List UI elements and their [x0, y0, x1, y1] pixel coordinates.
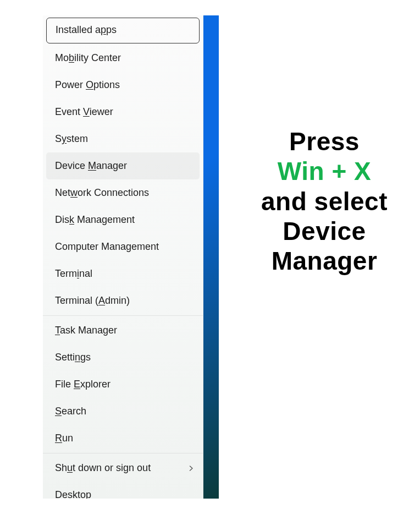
mnemonic-underline: A: [98, 295, 105, 306]
menu-item-run[interactable]: Run: [43, 425, 203, 452]
menu-item-system[interactable]: System: [43, 125, 203, 152]
menu-item-device-manager[interactable]: Device Manager: [46, 152, 200, 179]
menu-group: Task ManagerSettingsFile ExplorerSearchR…: [43, 316, 203, 453]
mnemonic-underline: n: [75, 352, 80, 363]
menu-item-desktop[interactable]: Desktop: [43, 482, 203, 499]
menu-item-network-connections[interactable]: Network Connections: [43, 179, 203, 206]
mnemonic-underline: b: [69, 52, 74, 63]
caption-line: Press: [289, 127, 360, 156]
menu-item-file-explorer[interactable]: File Explorer: [43, 371, 203, 398]
winx-power-user-menu[interactable]: Installed appsMobility CenterPower Optio…: [43, 15, 203, 499]
desktop-background: Installed appsMobility CenterPower Optio…: [43, 15, 219, 499]
mnemonic-underline: S: [55, 406, 62, 417]
mnemonic-underline: O: [86, 79, 93, 90]
menu-item-installed-apps[interactable]: Installed apps: [46, 18, 200, 43]
mnemonic-underline: p: [101, 24, 106, 35]
mnemonic-underline: i: [77, 268, 79, 279]
menu-item-terminal-admin[interactable]: Terminal (Admin): [43, 287, 203, 314]
menu-item-task-manager[interactable]: Task Manager: [43, 317, 203, 344]
mnemonic-underline: y: [62, 133, 67, 144]
menu-item-terminal[interactable]: Terminal: [43, 260, 203, 287]
menu-item-disk-management[interactable]: Disk Management: [43, 206, 203, 233]
mnemonic-underline: k: [69, 214, 74, 225]
mnemonic-underline: E: [74, 379, 80, 390]
menu-item-shut-down-or-sign-out[interactable]: Shut down or sign out: [43, 455, 203, 482]
menu-item-search[interactable]: Search: [43, 398, 203, 425]
instruction-caption: Press Win + X and select Device Manager: [236, 127, 412, 276]
menu-item-mobility-center[interactable]: Mobility Center: [43, 45, 203, 72]
mnemonic-underline: R: [55, 433, 62, 444]
menu-item-settings[interactable]: Settings: [43, 344, 203, 371]
menu-item-power-options[interactable]: Power Options: [43, 72, 203, 99]
menu-item-computer-management[interactable]: Computer Management: [43, 233, 203, 260]
menu-group: Shut down or sign outDesktop: [43, 453, 203, 499]
mnemonic-underline: g: [126, 241, 131, 252]
caption-line: and select Device Manager: [261, 187, 388, 276]
mnemonic-underline: D: [55, 489, 62, 499]
caption-shortcut: Win + X: [278, 157, 372, 185]
mnemonic-underline: M: [88, 160, 96, 171]
chevron-right-icon: [189, 466, 194, 471]
mnemonic-underline: T: [55, 325, 60, 336]
mnemonic-underline: w: [70, 187, 78, 198]
mnemonic-underline: V: [83, 106, 90, 117]
menu-item-event-viewer[interactable]: Event Viewer: [43, 99, 203, 125]
menu-group: Installed appsMobility CenterPower Optio…: [43, 15, 203, 316]
mnemonic-underline: u: [67, 462, 73, 473]
